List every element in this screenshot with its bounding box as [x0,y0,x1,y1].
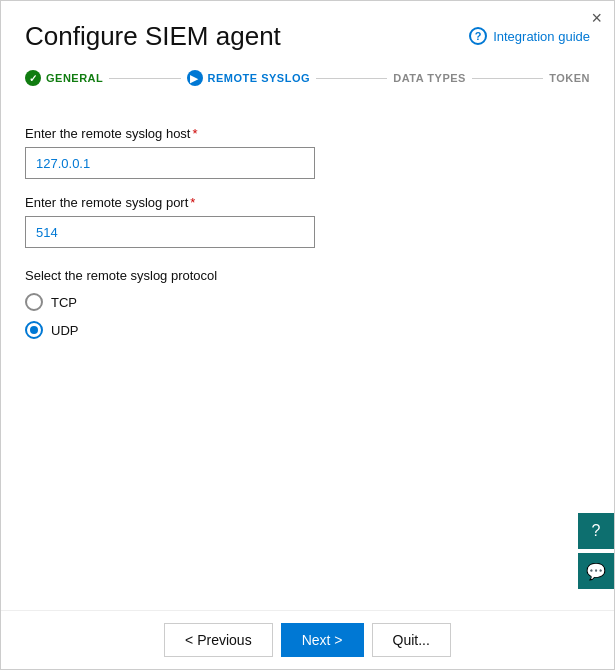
step-remote-syslog-icon: ▶ [187,70,203,86]
configure-siem-dialog: × Configure SIEM agent ? Integration gui… [0,0,615,670]
form-content: Enter the remote syslog host* Enter the … [1,102,614,610]
previous-button[interactable]: < Previous [164,623,273,657]
udp-radio-dot [30,326,38,334]
step-token: TOKEN [549,72,590,84]
protocol-label: Select the remote syslog protocol [25,268,590,283]
step-token-label: TOKEN [549,72,590,84]
help-side-button[interactable]: ? [578,513,614,549]
port-field-label: Enter the remote syslog port* [25,195,590,210]
udp-radio[interactable] [25,321,43,339]
step-remote-syslog-label: REMOTE SYSLOG [208,72,310,84]
integration-guide-link[interactable]: ? Integration guide [469,27,590,45]
close-button[interactable]: × [591,9,602,27]
protocol-radio-group: TCP UDP [25,293,590,339]
help-side-icon: ? [592,522,601,540]
next-button[interactable]: Next > [281,623,364,657]
chat-side-button[interactable]: 💬 [578,553,614,589]
udp-label: UDP [51,323,78,338]
integration-guide-icon: ? [469,27,487,45]
port-input[interactable] [25,216,315,248]
dialog-footer: < Previous Next > Quit... [1,610,614,669]
dialog-title: Configure SIEM agent [25,21,281,52]
step-general-label: GENERAL [46,72,103,84]
step-data-types: DATA TYPES [393,72,466,84]
protocol-tcp[interactable]: TCP [25,293,590,311]
protocol-udp[interactable]: UDP [25,321,590,339]
chat-side-icon: 💬 [586,562,606,581]
host-input[interactable] [25,147,315,179]
step-remote-syslog: ▶ REMOTE SYSLOG [187,70,310,86]
step-line-3 [472,78,543,79]
host-field-label: Enter the remote syslog host* [25,126,590,141]
integration-guide-label: Integration guide [493,29,590,44]
step-line-1 [109,78,180,79]
step-data-types-label: DATA TYPES [393,72,466,84]
quit-button[interactable]: Quit... [372,623,451,657]
step-line-2 [316,78,387,79]
tcp-label: TCP [51,295,77,310]
step-general-icon: ✓ [25,70,41,86]
dialog-header: Configure SIEM agent ? Integration guide [1,1,614,62]
stepper: ✓ GENERAL ▶ REMOTE SYSLOG DATA TYPES TOK… [1,62,614,102]
tcp-radio[interactable] [25,293,43,311]
step-general: ✓ GENERAL [25,70,103,86]
side-panel: ? 💬 [578,513,614,589]
